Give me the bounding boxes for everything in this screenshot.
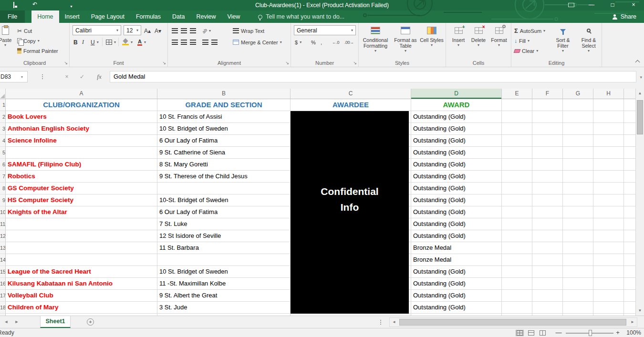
tab-insert[interactable]: Insert xyxy=(59,10,85,23)
cell[interactable] xyxy=(563,183,593,194)
cell[interactable]: Outstanding (Gold) xyxy=(411,230,502,242)
row-header[interactable]: 5 xyxy=(0,147,6,159)
underline-button[interactable]: U ▾ xyxy=(91,38,99,47)
cell-grade-header[interactable]: GRADE AND SECTION xyxy=(157,99,291,111)
cell[interactable] xyxy=(502,171,532,183)
cell[interactable] xyxy=(593,278,624,290)
cell[interactable]: Outstanding (Gold) xyxy=(411,302,502,314)
cell[interactable] xyxy=(502,254,532,266)
cell[interactable] xyxy=(563,135,593,147)
format-cells-button[interactable]: Format ▾ xyxy=(489,25,509,47)
increase-font-button[interactable]: A▴ xyxy=(144,26,151,35)
alignment-dialog-launcher[interactable]: ↘ xyxy=(285,61,289,65)
zoom-level[interactable]: 100% xyxy=(622,328,641,337)
cell[interactable] xyxy=(502,99,532,111)
fill-color-button[interactable]: ▾ xyxy=(122,38,133,47)
cell[interactable] xyxy=(593,171,624,183)
cell[interactable] xyxy=(593,183,624,194)
page-break-view-button[interactable] xyxy=(539,330,547,336)
clear-button[interactable]: Clear ▾ xyxy=(514,46,538,55)
row-header[interactable]: 2 xyxy=(0,111,6,123)
cancel-button[interactable]: × xyxy=(61,71,73,82)
undo-button[interactable]: ↶ xyxy=(32,1,37,8)
cell[interactable] xyxy=(532,159,563,171)
cell[interactable] xyxy=(624,206,635,218)
formula-bar-expand-icon[interactable]: ▾ xyxy=(640,75,642,80)
scroll-down-icon[interactable]: ▼ xyxy=(636,306,644,316)
cell[interactable] xyxy=(532,230,563,242)
cell[interactable] xyxy=(502,135,532,147)
cell[interactable]: Outstanding (Gold) xyxy=(411,111,502,123)
cell[interactable] xyxy=(563,171,593,183)
cell-club-header[interactable]: CLUB/ORGANIZATION xyxy=(6,99,157,111)
cell[interactable] xyxy=(502,290,532,302)
cell[interactable] xyxy=(6,242,157,254)
cell[interactable] xyxy=(593,290,624,302)
cell[interactable]: 10-St. Bridget of Sweden xyxy=(157,194,291,206)
cell[interactable] xyxy=(624,254,635,266)
cell[interactable] xyxy=(563,194,593,206)
tab-data[interactable]: Data xyxy=(166,10,190,23)
percent-style-button[interactable]: % xyxy=(311,38,316,47)
conditional-formatting-button[interactable]: Conditional Formatting ▾ xyxy=(361,25,390,53)
quick-access-customize-button[interactable]: ▼ xyxy=(70,3,73,10)
sheet-tab-sheet1[interactable]: Sheet1 xyxy=(40,316,71,328)
cell[interactable] xyxy=(624,135,635,147)
cell[interactable]: SAMAFIL (Filipino Club) xyxy=(6,159,157,171)
bold-button[interactable]: B xyxy=(73,38,78,47)
italic-button[interactable]: I xyxy=(82,38,84,47)
merge-center-button[interactable]: Merge & Center ▾ xyxy=(233,38,282,47)
cell[interactable]: 9 St. Catherine of Siena xyxy=(157,147,291,159)
cell[interactable] xyxy=(593,206,624,218)
row-header[interactable]: 4 xyxy=(0,135,6,147)
cell[interactable] xyxy=(532,302,563,314)
cell[interactable] xyxy=(532,266,563,278)
cell[interactable] xyxy=(593,99,624,111)
borders-button[interactable]: ▾ xyxy=(106,38,116,47)
column-header-g[interactable]: G xyxy=(563,89,593,99)
cut-button[interactable]: ✂ Cut xyxy=(17,26,32,35)
tab-view[interactable]: View xyxy=(221,10,246,23)
cell[interactable] xyxy=(624,266,635,278)
find-select-button[interactable]: Find & Select ▾ xyxy=(576,25,601,53)
cell[interactable] xyxy=(624,159,635,171)
formula-input[interactable]: Gold Medal xyxy=(110,71,636,82)
row-header[interactable]: 9 xyxy=(0,194,6,206)
cell[interactable] xyxy=(624,290,635,302)
prev-sheet-icon[interactable]: ◄ xyxy=(2,316,10,328)
scroll-up-icon[interactable]: ▲ xyxy=(636,89,644,98)
collapse-ribbon-icon[interactable] xyxy=(635,60,640,65)
cell[interactable] xyxy=(532,206,563,218)
decrease-decimal-button[interactable]: .00→ xyxy=(344,38,354,47)
column-header-e[interactable]: E xyxy=(502,89,532,99)
row-header[interactable]: 7 xyxy=(0,171,6,183)
cell[interactable] xyxy=(502,242,532,254)
column-header-c[interactable]: C xyxy=(291,89,411,99)
tab-home[interactable]: Home xyxy=(31,10,59,23)
align-middle-button[interactable] xyxy=(181,26,187,35)
normal-view-button[interactable] xyxy=(516,330,524,336)
row-header[interactable]: 14 xyxy=(0,254,6,266)
vertical-scrollbar[interactable]: ▲ ▼ xyxy=(635,89,644,316)
format-as-table-button[interactable]: Format as Table ▾ xyxy=(392,25,419,53)
cell[interactable] xyxy=(624,171,635,183)
cell[interactable]: Book Lovers xyxy=(6,111,157,123)
zoom-slider-thumb[interactable] xyxy=(589,330,592,336)
cell[interactable]: 11 -St. Maximillan Kolbe xyxy=(157,278,291,290)
cell[interactable] xyxy=(502,302,532,314)
cell[interactable] xyxy=(532,242,563,254)
column-header-b[interactable]: B xyxy=(157,89,291,99)
delete-cells-button[interactable]: × Delete ▾ xyxy=(469,25,488,47)
cell[interactable] xyxy=(624,278,635,290)
tab-review[interactable]: Review xyxy=(190,10,221,23)
cell-styles-button[interactable]: Cell Styles ▾ xyxy=(420,25,444,47)
row-header[interactable]: 8 xyxy=(0,183,6,194)
tab-scrollbar-splitter[interactable] xyxy=(380,320,381,321)
cell[interactable]: Science Infoline xyxy=(6,135,157,147)
tell-me-box[interactable]: Tell me what you want to do... xyxy=(258,10,344,23)
cell[interactable] xyxy=(532,194,563,206)
fill-button[interactable]: ↓ Fill ▾ xyxy=(514,36,530,45)
cell[interactable]: Children of Mary xyxy=(6,302,157,314)
cell[interactable] xyxy=(6,218,157,230)
cell[interactable]: Robotics xyxy=(6,171,157,183)
